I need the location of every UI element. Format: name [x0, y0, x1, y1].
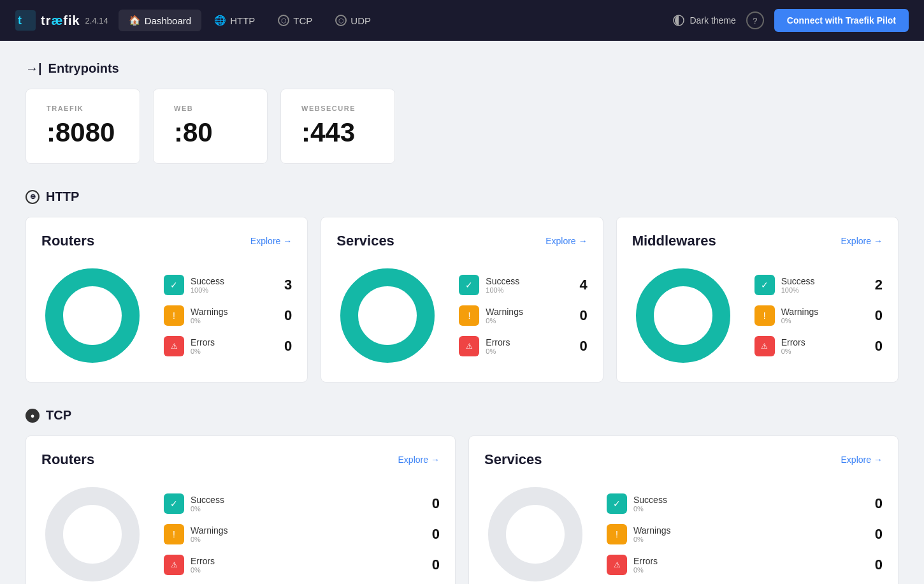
tcp-services-title: Services [484, 451, 542, 468]
home-icon: 🏠 [129, 15, 141, 26]
arrow-right-icon: → [283, 236, 292, 246]
warning-icon: ! [607, 524, 627, 544]
tcp-routers-header: Routers Explore → [41, 451, 440, 468]
entrypoint-web: WEB :80 [153, 89, 268, 164]
error-icon: ⚠ [164, 555, 184, 575]
entrypoint-traefik: TRAEFIK :8080 [25, 89, 140, 164]
entrypoints-title: Entrypoints [48, 61, 119, 76]
stat-row-warnings: ! Warnings 0% 0 [164, 305, 292, 326]
logo-icon: t [15, 10, 36, 31]
stat-row-errors: ⚠ Errors 0% 0 [607, 555, 883, 575]
success-icon: ✓ [459, 275, 479, 295]
entrypoint-websecure: WEBSECURE :443 [280, 89, 395, 164]
tcp-routers-explore[interactable]: Explore → [398, 455, 440, 465]
stat-row-warnings: ! Warnings 0% 0 [459, 305, 587, 326]
stat-row-success: ✓ Success 100% 3 [164, 275, 292, 295]
main-content: →| Entrypoints TRAEFIK :8080 WEB :80 WEB… [0, 41, 924, 584]
tcp-routers-chart [41, 483, 143, 584]
dark-theme-toggle[interactable]: Dark theme [672, 14, 736, 27]
tcp-services-explore[interactable]: Explore → [841, 455, 883, 465]
stat-row-success: ✓ Success 0% 0 [164, 493, 440, 514]
http-services-title: Services [336, 233, 394, 249]
logo: t træfik 2.4.14 [15, 10, 108, 31]
tcp-services-chart [484, 483, 586, 584]
success-icon: ✓ [754, 275, 775, 295]
warning-icon: ! [459, 305, 479, 326]
tcp-cards-grid: Routers Explore → ✓ Suc [25, 435, 899, 584]
nav-dashboard[interactable]: 🏠 Dashboard [119, 10, 201, 31]
udp-icon: ⬡ [335, 15, 347, 26]
entrypoint-web-name: WEB [174, 105, 247, 112]
stat-row-success: ✓ Success 0% 0 [607, 493, 883, 514]
warning-icon: ! [754, 305, 775, 326]
http-services-header: Services Explore → [336, 233, 587, 249]
error-icon: ⚠ [754, 336, 775, 356]
help-button[interactable]: ? [746, 11, 764, 29]
svg-point-12 [511, 510, 559, 558]
connect-pilot-button[interactable]: Connect with Traefik Pilot [774, 9, 909, 32]
svg-point-6 [363, 291, 412, 340]
http-middlewares-card: Middlewares Explore → ✓ [616, 217, 899, 383]
entrypoint-web-port: :80 [174, 117, 247, 148]
http-services-explore[interactable]: Explore → [545, 236, 587, 246]
success-icon: ✓ [164, 275, 184, 295]
tcp-title: TCP [46, 408, 71, 423]
arrow-right-icon: → [579, 236, 588, 246]
http-routers-header: Routers Explore → [41, 233, 292, 249]
stat-row-errors: ⚠ Errors 0% 0 [754, 336, 883, 356]
entrypoints-grid: TRAEFIK :8080 WEB :80 WEBSECURE :443 [25, 89, 899, 164]
stat-row-errors: ⚠ Errors 0% 0 [164, 336, 292, 356]
http-middlewares-header: Middlewares Explore → [632, 233, 883, 249]
nav-tcp[interactable]: ⬡ TCP [268, 10, 322, 31]
logo-text: træfik [41, 13, 80, 28]
arrow-right-icon: → [874, 236, 883, 246]
http-header: ⊕ HTTP [25, 189, 899, 204]
success-icon: ✓ [607, 493, 627, 514]
entrypoints-header: →| Entrypoints [25, 61, 899, 76]
svg-point-10 [68, 510, 117, 558]
http-routers-body: ✓ Success 100% 3 ! Warnings 0% 0 [41, 265, 292, 367]
svg-text:t: t [18, 14, 22, 27]
stat-row-warnings: ! Warnings 0% 0 [164, 524, 440, 544]
http-services-card: Services Explore → ✓ Su [321, 217, 603, 383]
tcp-icon: ⬡ [278, 15, 289, 26]
tcp-services-stats: ✓ Success 0% 0 ! Warnings 0% 0 [607, 493, 883, 575]
http-middlewares-explore[interactable]: Explore → [841, 236, 883, 246]
theme-icon [672, 14, 685, 27]
http-icon: ⊕ [25, 190, 40, 204]
tcp-routers-card: Routers Explore → ✓ Suc [25, 435, 456, 584]
http-routers-explore[interactable]: Explore → [250, 236, 292, 246]
stat-row-errors: ⚠ Errors 0% 0 [459, 336, 587, 356]
error-icon: ⚠ [607, 555, 627, 575]
tcp-section-icon: ● [25, 409, 40, 423]
entrypoints-icon: →| [25, 61, 42, 76]
nav-http[interactable]: 🌐 HTTP [204, 10, 265, 31]
http-routers-card: Routers Explore → ✓ Suc [25, 217, 308, 383]
tcp-header: ● TCP [25, 408, 899, 423]
entrypoint-websecure-port: :443 [301, 117, 374, 148]
tcp-routers-body: ✓ Success 0% 0 ! Warnings 0% 0 [41, 483, 440, 584]
nav-udp[interactable]: ⬡ UDP [325, 10, 381, 31]
http-title: HTTP [46, 189, 79, 204]
arrow-right-icon: → [874, 455, 883, 465]
stat-row-errors: ⚠ Errors 0% 0 [164, 555, 440, 575]
svg-point-8 [659, 291, 707, 340]
nav-right: Dark theme ? Connect with Traefik Pilot [672, 9, 909, 32]
tcp-services-header: Services Explore → [484, 451, 883, 468]
http-middlewares-stats: ✓ Success 100% 2 ! Warnings 0% 0 [754, 275, 883, 356]
version-label: 2.4.14 [85, 16, 108, 26]
http-services-chart [336, 265, 438, 367]
warning-icon: ! [164, 305, 184, 326]
arrow-right-icon: → [431, 455, 440, 465]
http-routers-stats: ✓ Success 100% 3 ! Warnings 0% 0 [164, 275, 292, 356]
svg-point-4 [68, 291, 117, 340]
error-icon: ⚠ [459, 336, 479, 356]
entrypoint-traefik-port: :8080 [47, 117, 119, 148]
tcp-routers-title: Routers [41, 451, 94, 468]
http-routers-chart [41, 265, 143, 367]
stat-row-success: ✓ Success 100% 2 [754, 275, 883, 295]
tcp-routers-stats: ✓ Success 0% 0 ! Warnings 0% 0 [164, 493, 440, 575]
http-cards-grid: Routers Explore → ✓ Suc [25, 217, 899, 383]
success-icon: ✓ [164, 493, 184, 514]
stat-row-success: ✓ Success 100% 4 [459, 275, 587, 295]
